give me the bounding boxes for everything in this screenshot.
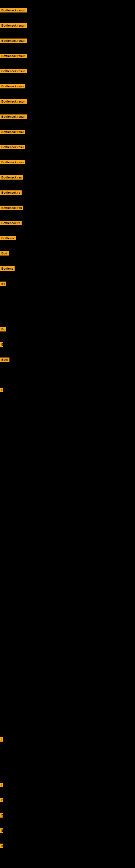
empty-row-32 xyxy=(0,489,135,504)
bottleneck-row-53: B xyxy=(0,808,135,823)
bottleneck-row-14: Bottleneck re xyxy=(0,215,135,230)
empty-row-38 xyxy=(0,580,135,595)
bottleneck-label-3[interactable]: Bottleneck result xyxy=(0,54,27,58)
bottleneck-label-16[interactable]: Bott xyxy=(0,251,9,255)
bottleneck-row-52: B xyxy=(0,793,135,808)
bottleneck-label-9[interactable]: Bottleneck resu xyxy=(0,145,25,149)
bottleneck-row-8: Bottleneck resu xyxy=(0,124,135,140)
bottleneck-label-11[interactable]: Bottleneck res xyxy=(0,175,23,180)
bottleneck-row-17: Bottlene xyxy=(0,261,135,276)
bottleneck-label-48[interactable]: | xyxy=(0,737,3,742)
bottleneck-row-9: Bottleneck resu xyxy=(0,140,135,155)
empty-row-26 xyxy=(0,398,135,413)
site-title xyxy=(0,0,135,3)
empty-row-39 xyxy=(0,595,135,610)
empty-row-45 xyxy=(0,686,135,702)
bottleneck-label-2[interactable]: Bottleneck result xyxy=(0,38,27,43)
empty-row-50 xyxy=(0,762,135,777)
empty-row-47 xyxy=(0,717,135,732)
bottleneck-label-6[interactable]: Bottleneck result xyxy=(0,99,27,104)
bottleneck-label-1[interactable]: Bottleneck result xyxy=(0,23,27,28)
bottleneck-label-18[interactable]: Bo xyxy=(0,282,6,286)
bottleneck-label-4[interactable]: Bottleneck result xyxy=(0,69,27,73)
bottleneck-row-12: Bottleneck re xyxy=(0,185,135,200)
empty-row-37 xyxy=(0,565,135,580)
bottleneck-row-18: Bo xyxy=(0,276,135,291)
bottleneck-label-52[interactable]: B xyxy=(0,798,3,802)
empty-row-27 xyxy=(0,413,135,428)
bottleneck-label-23[interactable]: Bottl xyxy=(0,358,9,362)
bottleneck-label-7[interactable]: Bottleneck result xyxy=(0,115,27,119)
empty-row-44 xyxy=(0,671,135,686)
bottleneck-row-23: Bottl xyxy=(0,352,135,367)
empty-row-31 xyxy=(0,474,135,489)
empty-row-33 xyxy=(0,504,135,519)
bottleneck-row-16: Bott xyxy=(0,246,135,261)
bottleneck-row-25: B xyxy=(0,382,135,398)
bottleneck-row-54: B xyxy=(0,823,135,838)
bottleneck-row-6: Bottleneck result xyxy=(0,94,135,109)
bottleneck-row-3: Bottleneck result xyxy=(0,48,135,63)
bottleneck-label-10[interactable]: Bottleneck resu xyxy=(0,160,25,164)
empty-row-29 xyxy=(0,443,135,458)
bottleneck-label-8[interactable]: Bottleneck resu xyxy=(0,130,25,134)
bottleneck-row-4: Bottleneck result xyxy=(0,63,135,79)
bottleneck-label-17[interactable]: Bottlene xyxy=(0,267,14,271)
bottleneck-row-11: Bottleneck res xyxy=(0,170,135,185)
bottleneck-row-0: Bottleneck result xyxy=(0,3,135,18)
bottleneck-label-54[interactable]: B xyxy=(0,828,3,833)
empty-row-34 xyxy=(0,519,135,534)
bottleneck-row-22: B xyxy=(0,337,135,352)
bottleneck-label-12[interactable]: Bottleneck re xyxy=(0,190,21,195)
empty-row-36 xyxy=(0,550,135,565)
empty-row-19 xyxy=(0,291,135,307)
empty-row-46 xyxy=(0,702,135,717)
empty-row-20 xyxy=(0,307,135,322)
empty-row-41 xyxy=(0,625,135,641)
bottleneck-label-25[interactable]: B xyxy=(0,388,3,392)
bottleneck-row-1: Bottleneck result xyxy=(0,18,135,33)
bottleneck-label-55[interactable]: B xyxy=(0,844,3,848)
bottleneck-row-21: Bo xyxy=(0,322,135,337)
bottleneck-row-7: Bottleneck result xyxy=(0,109,135,124)
bottleneck-label-51[interactable]: | xyxy=(0,783,3,787)
bottleneck-row-13: Bottleneck res xyxy=(0,200,135,215)
empty-row-42 xyxy=(0,641,135,656)
bottleneck-label-14[interactable]: Bottleneck re xyxy=(0,221,21,225)
bottleneck-label-0[interactable]: Bottleneck result xyxy=(0,8,27,12)
bottleneck-label-15[interactable]: Bottlenec xyxy=(0,236,16,240)
bottleneck-row-5: Bottleneck resu xyxy=(0,79,135,94)
empty-row-43 xyxy=(0,656,135,671)
bottleneck-label-53[interactable]: B xyxy=(0,813,3,817)
bottleneck-label-21[interactable]: Bo xyxy=(0,327,6,332)
bottleneck-label-22[interactable]: B xyxy=(0,342,3,347)
empty-row-49 xyxy=(0,747,135,762)
bottleneck-row-51: | xyxy=(0,777,135,793)
bottleneck-row-48: | xyxy=(0,732,135,747)
empty-row-30 xyxy=(0,458,135,474)
bottleneck-label-13[interactable]: Bottleneck res xyxy=(0,206,23,210)
empty-row-28 xyxy=(0,428,135,443)
bottleneck-row-10: Bottleneck resu xyxy=(0,155,135,170)
bottleneck-row-2: Bottleneck result xyxy=(0,33,135,48)
empty-row-35 xyxy=(0,534,135,550)
empty-row-24 xyxy=(0,367,135,382)
empty-row-40 xyxy=(0,610,135,625)
bottleneck-row-15: Bottlenec xyxy=(0,230,135,246)
bottleneck-label-5[interactable]: Bottleneck resu xyxy=(0,84,25,88)
bottleneck-row-55: B xyxy=(0,838,135,854)
